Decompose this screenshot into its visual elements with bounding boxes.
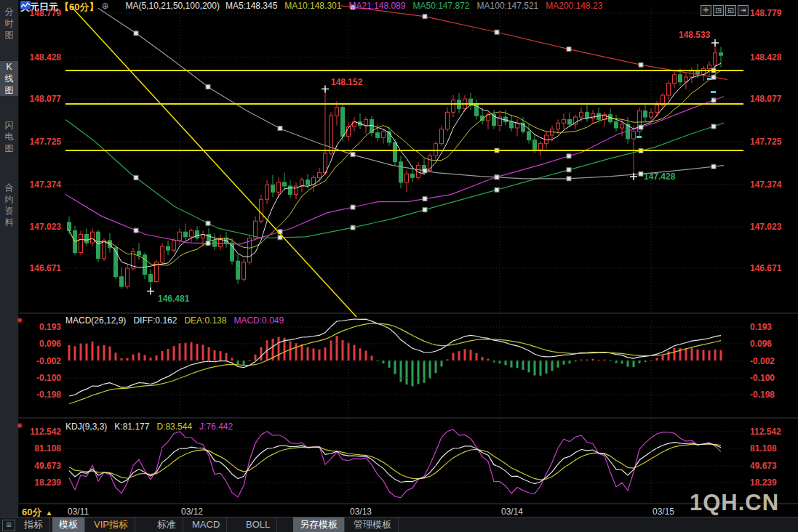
price-label: 147.023 xyxy=(19,222,61,232)
period-label: 60分 xyxy=(22,507,41,517)
window-icon-2[interactable]: ◱ xyxy=(725,5,736,16)
left-sidebar: 分 时 图K 线 图闪 电 图合 约 资 料 xyxy=(0,0,19,532)
price-label: 147.725 xyxy=(19,137,61,147)
window-icon-1[interactable]: ◳ xyxy=(713,5,724,16)
price-label: 49.673 xyxy=(19,461,61,471)
time-label: 03/15 xyxy=(653,507,674,517)
kdj-d-value: D:83.544 xyxy=(156,422,192,432)
macd-diff-value: DIFF:0.162 xyxy=(133,315,177,326)
price-label: 147.374 xyxy=(19,180,61,190)
time-label: 03/13 xyxy=(350,507,372,517)
period-arrow-icon: ▲ xyxy=(45,509,52,517)
ma-value: MA5:148.345 xyxy=(226,1,277,11)
price-label: 81.108 xyxy=(19,443,61,454)
ma-value: MA100:147.521 xyxy=(477,1,539,11)
kdj-k-value: K:81.177 xyxy=(114,422,149,432)
price-label: -0.002 xyxy=(19,356,61,366)
toolbar-tab-另存模板[interactable]: 另存模板 xyxy=(293,517,345,532)
period-badge[interactable]: 【60分】 xyxy=(60,1,98,12)
price-label: 148.077 xyxy=(750,94,781,104)
sidebar-item-合约资料[interactable]: 合 约 资 料 xyxy=(0,182,18,228)
extreme-price-annotation: 147.428 xyxy=(644,172,675,182)
toolbar-tab-标准[interactable]: 标准 xyxy=(151,517,183,532)
ma-values: MA5:148.345MA10:148.301MA21:148.089MA50:… xyxy=(226,1,610,11)
time-label: 03/14 xyxy=(501,507,523,517)
ma-value: MA50:147.872 xyxy=(412,1,469,11)
price-label: 112.542 xyxy=(750,427,781,437)
price-label: -0.198 xyxy=(750,390,775,400)
price-label: 112.542 xyxy=(19,427,61,437)
sidebar-item-K线图[interactable]: K 线 图 xyxy=(0,61,18,96)
kdj-j-value: J:76.442 xyxy=(199,422,233,432)
price-label: 147.725 xyxy=(750,137,781,147)
macd-title[interactable]: MACD(26,12,9) xyxy=(65,315,126,326)
price-label: 148.428 xyxy=(750,52,781,63)
time-label: 03/11 xyxy=(68,507,89,517)
ma-value: MA10:148.301 xyxy=(284,1,341,11)
price-label: 148.077 xyxy=(19,94,61,104)
price-label: 147.023 xyxy=(750,222,781,232)
price-label: 148.779 xyxy=(19,8,61,18)
price-label: 147.374 xyxy=(750,180,781,190)
toolbar-tab-管理模板[interactable]: 管理模板 xyxy=(347,517,399,532)
price-label: -0.002 xyxy=(750,356,775,366)
window-icon-0[interactable]: ✛ xyxy=(701,5,711,16)
price-label: 146.671 xyxy=(750,263,781,273)
sidebar-item-闪电图[interactable]: 闪 电 图 xyxy=(0,119,18,154)
window-icon-3[interactable]: ⇥ xyxy=(738,5,749,16)
price-label: 0.096 xyxy=(19,339,61,349)
sidebar-item-分时图[interactable]: 分 时 图 xyxy=(0,6,18,41)
extreme-price-annotation: 146.481 xyxy=(158,294,189,304)
toolbar-tab-指标[interactable]: 指标 xyxy=(17,517,50,532)
macd-dea-value: DEA:0.138 xyxy=(184,315,226,326)
price-label: 49.673 xyxy=(750,461,777,471)
price-label: -0.100 xyxy=(750,373,775,383)
price-label: 148.779 xyxy=(750,8,781,18)
price-label: 0.193 xyxy=(19,322,61,332)
kdj-title[interactable]: KDJ(9,3,3) xyxy=(65,422,107,432)
macd-header: MACD(26,12,9)DIFF:0.162DEA:0.138MACD:0.0… xyxy=(65,315,284,326)
toolbar-tab-模板[interactable]: 模板 xyxy=(52,517,85,532)
extreme-price-annotation: 148.533 xyxy=(679,30,710,40)
kdj-header: KDJ(9,3,3)K:81.177D:83.544J:76.442 xyxy=(65,422,233,432)
extreme-price-annotation: 148.152 xyxy=(331,77,362,87)
mini-chart-icon xyxy=(112,1,122,10)
ma-value: MA200:148.23 xyxy=(546,1,602,11)
chart-window: 分 时 图K 线 图闪 电 图合 约 资 料 美元日元【60分】⊕MA(5,10… xyxy=(0,0,798,532)
toolbar-tab-MACD[interactable]: MACD xyxy=(185,517,227,532)
toolbar-tab-BOLL[interactable]: BOLL xyxy=(239,517,277,532)
price-label: 146.671 xyxy=(19,263,61,273)
chart-canvas[interactable] xyxy=(0,0,798,532)
price-label: 0.193 xyxy=(750,322,772,332)
price-label: -0.198 xyxy=(19,390,61,400)
price-label: 0.096 xyxy=(750,339,772,349)
chart-header: 美元日元【60分】⊕MA(5,10,21,50,100,200)MA5:148.… xyxy=(20,1,777,14)
price-label: 18.239 xyxy=(19,477,61,488)
price-label: 18.239 xyxy=(750,477,777,488)
add-indicator-icon[interactable]: ⊕ xyxy=(101,1,108,11)
price-label: 148.428 xyxy=(19,52,61,63)
bottom-toolbar: ⊞ 指标模板VIP指标标准MACDBOLL另存模板管理模板 xyxy=(0,517,798,532)
price-label: 81.108 xyxy=(750,443,777,454)
ma-group-label[interactable]: MA(5,10,21,50,100,200) xyxy=(126,1,220,11)
ma-value: MA21:148.089 xyxy=(348,1,405,11)
time-label: 03/12 xyxy=(181,507,203,517)
toolbar-tab-VIP指标[interactable]: VIP指标 xyxy=(87,517,135,532)
window-icons: ✛◳◱⇥ xyxy=(699,2,749,16)
site-watermark: 1QH.CN xyxy=(690,490,779,516)
layout-grid-icon[interactable]: ⊞ xyxy=(2,520,15,531)
macd-hist-value: MACD:0.049 xyxy=(234,315,284,326)
price-label: -0.100 xyxy=(19,373,61,383)
